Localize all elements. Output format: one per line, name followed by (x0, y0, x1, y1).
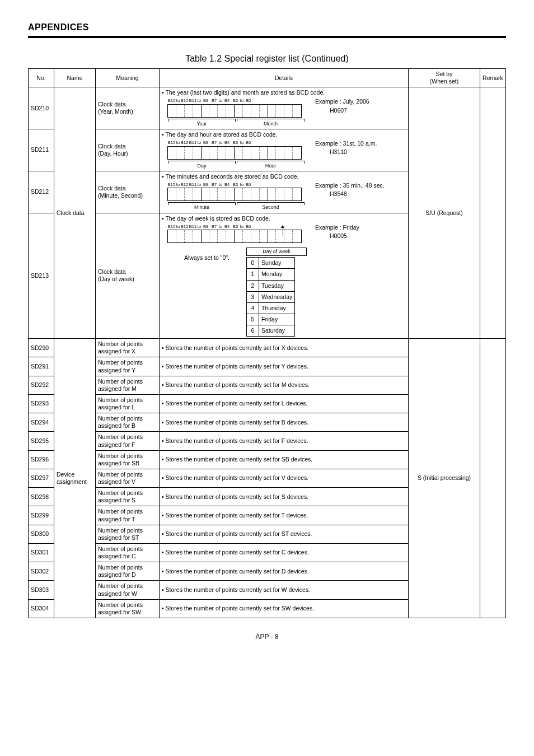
meaning-cell: Number of pointsassigned for D (96, 562, 160, 581)
meaning-cell: Number of pointsassigned for W (96, 581, 160, 599)
no-cell: SD213 (29, 213, 54, 339)
name-cell: Deviceassignment (54, 339, 96, 618)
setby-cell: S (Initial processing) (409, 339, 480, 618)
meaning-cell: Number of pointsassigned for Y (96, 357, 160, 376)
col-name: Name (54, 69, 96, 87)
no-cell: SD295 (29, 432, 54, 450)
details-cell: • Stores the number of points currently … (160, 599, 409, 618)
page-footer: APP - 8 (28, 633, 506, 641)
register-table: No. Name Meaning Details Set by(When set… (28, 68, 506, 618)
meaning-cell: Number of pointsassigned for ST (96, 525, 160, 543)
meaning-cell: Number of pointsassigned for M (96, 376, 160, 394)
no-cell: SD296 (29, 450, 54, 469)
details-cell: • The year (last two digits) and month a… (160, 87, 409, 129)
details-cell: • Stores the number of points currently … (160, 525, 409, 543)
remark-cell (480, 339, 506, 618)
col-setby: Set by(When set) (409, 69, 480, 87)
details-cell: • Stores the number of points currently … (160, 581, 409, 599)
details-cell: • Stores the number of points currently … (160, 413, 409, 432)
meaning-cell: Number of pointsassigned for T (96, 506, 160, 525)
details-cell: • Stores the number of points currently … (160, 562, 409, 581)
meaning-cell: Clock data(Day, Hour) (96, 129, 160, 171)
setby-cell: S/U (Request) (409, 87, 480, 339)
details-cell: • Stores the number of points currently … (160, 450, 409, 469)
meaning-cell: Number of pointsassigned for SB (96, 450, 160, 469)
details-cell: • Stores the number of points currently … (160, 488, 409, 506)
no-cell: SD301 (29, 543, 54, 562)
no-cell: SD300 (29, 525, 54, 543)
no-cell: SD297 (29, 469, 54, 487)
page-header: APPENDICES (28, 22, 506, 38)
no-cell: SD293 (29, 394, 54, 413)
col-meaning: Meaning (96, 69, 160, 87)
meaning-cell: Number of pointsassigned for X (96, 339, 160, 357)
details-cell: • Stores the number of points currently … (160, 376, 409, 394)
meaning-cell: Number of pointsassigned for B (96, 413, 160, 432)
no-cell: SD210 (29, 87, 54, 129)
no-cell: SD290 (29, 339, 54, 357)
details-cell: • Stores the number of points currently … (160, 506, 409, 525)
remark-cell (480, 87, 506, 339)
col-details: Details (160, 69, 409, 87)
meaning-cell: Number of pointsassigned for SW (96, 599, 160, 618)
details-cell: • Stores the number of points currently … (160, 543, 409, 562)
meaning-cell: Number of pointsassigned for S (96, 488, 160, 506)
details-cell: • The day and hour are stored as BCD cod… (160, 129, 409, 171)
meaning-cell: Clock data(Year, Month) (96, 87, 160, 129)
meaning-cell: Number of pointsassigned for F (96, 432, 160, 450)
details-cell: • The minutes and seconds are stored as … (160, 171, 409, 213)
no-cell: SD303 (29, 581, 54, 599)
details-cell: • Stores the number of points currently … (160, 339, 409, 357)
col-remark: Remark (480, 69, 506, 87)
no-cell: SD294 (29, 413, 54, 432)
no-cell: SD292 (29, 376, 54, 394)
meaning-cell: Clock data(Minute, Second) (96, 171, 160, 213)
name-cell: Clock data (54, 87, 96, 339)
meaning-cell: Number of pointsassigned for L (96, 394, 160, 413)
details-cell: • Stores the number of points currently … (160, 394, 409, 413)
no-cell: SD212 (29, 171, 54, 213)
meaning-cell: Clock data(Day of week) (96, 213, 160, 339)
details-cell: • The day of week is stored as BCD code.… (160, 213, 409, 339)
details-cell: • Stores the number of points currently … (160, 432, 409, 450)
table-row: SD290 Deviceassignment Number of pointsa… (29, 339, 506, 357)
meaning-cell: Number of pointsassigned for V (96, 469, 160, 487)
table-header-row: No. Name Meaning Details Set by(When set… (29, 69, 506, 87)
no-cell: SD298 (29, 488, 54, 506)
meaning-cell: Number of pointsassigned for C (96, 543, 160, 562)
no-cell: SD211 (29, 129, 54, 171)
no-cell: SD304 (29, 599, 54, 618)
no-cell: SD291 (29, 357, 54, 376)
table-title: Table 1.2 Special register list (Continu… (28, 54, 506, 64)
details-cell: • Stores the number of points currently … (160, 357, 409, 376)
col-no: No. (29, 69, 54, 87)
no-cell: SD299 (29, 506, 54, 525)
no-cell: SD302 (29, 562, 54, 581)
table-row: SD210 Clock data Clock data(Year, Month)… (29, 87, 506, 129)
details-cell: • Stores the number of points currently … (160, 469, 409, 487)
